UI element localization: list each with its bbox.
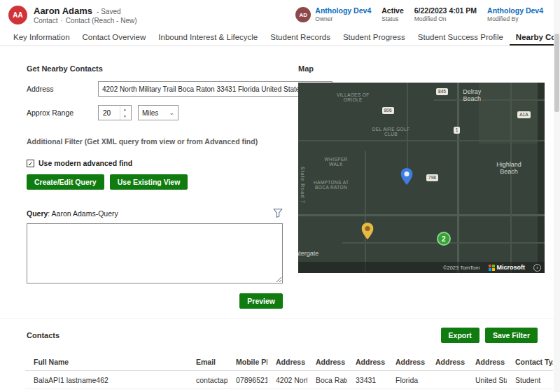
map-label-del-aire-golf-club: DEL AIRE GOLF CLUB — [372, 127, 410, 136]
map-pin-yellow-icon[interactable] — [361, 223, 373, 242]
tab-student-records[interactable]: Student Records — [264, 30, 337, 46]
address-value: 4202 North Military Trail Boca Raton 334… — [102, 85, 323, 93]
map-coast-patch — [538, 83, 545, 273]
column-header-address-country[interactable]: Address 1: ... — [467, 358, 507, 366]
save-status: - Saved — [97, 8, 120, 15]
cell-zip: 33431 — [347, 376, 387, 384]
chevron-down-icon: ⌄ — [169, 110, 174, 116]
road-shield-1: 1 — [454, 127, 461, 134]
use-modern-checkbox[interactable]: ✓ — [27, 160, 34, 167]
map-panel: Map Delray Beach VILLAGES OF ORIOLE DEL … — [298, 64, 545, 309]
query-textarea[interactable] — [27, 223, 283, 284]
cell-full-name: BalaAPI1 lastname462 — [25, 376, 188, 384]
map-copyright: ©2023 TomTom — [443, 265, 480, 271]
map-road — [457, 83, 459, 273]
breadcrumb-form-selector[interactable]: Contact (Reach - New) — [66, 17, 137, 24]
stepper-up-icon[interactable]: ▴ — [120, 106, 130, 113]
column-header-address-state[interactable]: Address 1: ... — [387, 358, 427, 366]
cell-email: contactapi... — [188, 376, 227, 384]
preview-button[interactable]: Preview — [239, 293, 283, 309]
map-label-highland-beach: Highland Beach — [493, 161, 525, 175]
filter-icon[interactable] — [273, 208, 283, 219]
map-label-whisper-walk: WHISPER WALK — [318, 157, 354, 167]
address-label: Address — [27, 85, 98, 93]
map-label-villages-of-oriole: VILLAGES OF ORIOLE — [332, 92, 373, 102]
road-shield-a1a: A1A — [517, 111, 530, 118]
column-header-address-city[interactable]: Address 1: ... — [307, 358, 347, 366]
owner-name-link[interactable]: Anthology Dev4 — [315, 6, 371, 16]
contact-avatar: AA — [8, 6, 27, 24]
tab-contact-overview[interactable]: Contact Overview — [76, 30, 153, 46]
topbar: AA Aaron Adams - Saved Contact · Contact… — [0, 0, 560, 29]
map-cluster-badge[interactable]: 2 — [437, 232, 451, 246]
microsoft-logo: Microsoft — [489, 264, 526, 271]
owner-field[interactable]: AD Anthology Dev4 Owner — [295, 6, 371, 24]
export-button[interactable]: Export — [441, 328, 479, 343]
cell-state: Florida — [387, 376, 427, 384]
tab-student-success-profile[interactable]: Student Success Profile — [412, 30, 510, 46]
map-attribution-bar: ©2023 TomTom Microsoft › — [298, 262, 545, 273]
range-input[interactable] — [99, 106, 120, 120]
modified-on-field: 6/22/2023 4:01 PM Modified On — [414, 6, 477, 24]
column-header-contact-type[interactable]: Contact Ty... — [507, 358, 553, 366]
column-header-address-zip[interactable]: Address 1: ... — [347, 358, 387, 366]
tab-nearby-contacts[interactable]: Nearby Contacts — [510, 30, 560, 46]
road-shield-845: 845 — [436, 88, 448, 95]
column-header-address-street[interactable]: Address 1: ... — [267, 358, 307, 366]
tab-bar: Key Information Contact Overview Inbound… — [0, 29, 560, 46]
map-label-watergate: Watergate — [298, 250, 318, 257]
query-label: Query — [27, 209, 48, 218]
cell-street: 4202 Nort... — [267, 376, 307, 384]
map-label-state-road: State Road 7 — [300, 167, 305, 204]
map-nav-icon[interactable]: › — [533, 264, 541, 272]
modified-on-value: 6/22/2023 4:01 PM — [414, 6, 477, 16]
map-canvas[interactable]: Delray Beach VILLAGES OF ORIOLE DEL AIRE… — [298, 83, 545, 273]
nearby-contacts-panel: Get Nearby Contacts Address 4202 North M… — [27, 64, 283, 309]
breadcrumb-entity[interactable]: Contact — [34, 17, 57, 24]
contacts-table: Full Name Email Mobile Ph... Address 1: … — [25, 353, 553, 392]
range-unit-dropdown[interactable]: Miles ⌄ — [138, 105, 178, 120]
save-filter-button[interactable]: Save Filter — [485, 328, 538, 343]
page-title: Aaron Adams — [34, 6, 92, 16]
use-modern-label: Use modern advanced find — [38, 159, 132, 167]
approx-range-label: Approx Range — [27, 108, 98, 117]
map-label-delray-beach: Delray Beach — [456, 88, 488, 102]
table-header-row: Full Name Email Mobile Ph... Address 1: … — [25, 353, 553, 371]
column-header-mobile[interactable]: Mobile Ph... — [227, 358, 267, 366]
scrollbar-thumb[interactable] — [554, 34, 559, 112]
contacts-panel: Contacts Export Save Filter Full Name Em… — [0, 318, 560, 392]
status-value: Active — [382, 6, 404, 16]
cell-country: United Stat... — [467, 376, 507, 384]
query-name: : Aaron Adams-Query — [48, 209, 118, 218]
column-header-full-name[interactable]: Full Name — [25, 358, 188, 366]
stepper-down-icon[interactable]: ▾ — [120, 113, 130, 120]
road-shield-806: 806 — [382, 107, 394, 114]
map-pin-blue-icon[interactable] — [400, 168, 412, 188]
map-road — [510, 83, 512, 273]
road-shield-798: 798 — [426, 174, 438, 181]
tab-key-information[interactable]: Key Information — [7, 30, 76, 46]
tab-inbound-interest[interactable]: Inbound Interest & Lifecycle — [152, 30, 264, 46]
map-road — [298, 214, 545, 216]
owner-avatar: AD — [295, 7, 311, 22]
section-title-get-nearby: Get Nearby Contacts — [27, 64, 283, 73]
vertical-scrollbar[interactable] — [554, 0, 560, 392]
create-edit-query-button[interactable]: Create/Edit Query — [27, 174, 104, 190]
column-header-address-other[interactable]: Address 1: ... — [427, 358, 467, 366]
status-field: Active Status — [382, 6, 404, 24]
column-header-email[interactable]: Email — [188, 358, 227, 366]
section-title-map: Map — [298, 64, 545, 73]
map-label-hamptons: HAMPTONS AT BOCA RATON — [313, 180, 349, 190]
cell-city: Boca Raton — [307, 376, 347, 384]
tab-student-progress[interactable]: Student Progress — [337, 30, 412, 46]
cell-contact-type: Student — [507, 376, 553, 384]
address-dropdown[interactable]: 4202 North Military Trail Boca Raton 334… — [98, 81, 332, 97]
table-row[interactable]: Neymar Hope Neymar.ho... PO Box 123 Boca… — [25, 389, 553, 392]
range-unit-value: Miles — [142, 109, 158, 117]
table-row[interactable]: BalaAPI1 lastname462 contactapi... 07896… — [25, 371, 553, 389]
modified-by-link[interactable]: Anthology Dev4 — [487, 6, 543, 16]
map-road — [365, 151, 366, 273]
cell-mobile: 078965218... — [227, 376, 267, 384]
additional-filter-note: Additional Filter (Get XML query from vi… — [27, 137, 283, 146]
use-existing-view-button[interactable]: Use Existing View — [110, 174, 188, 190]
